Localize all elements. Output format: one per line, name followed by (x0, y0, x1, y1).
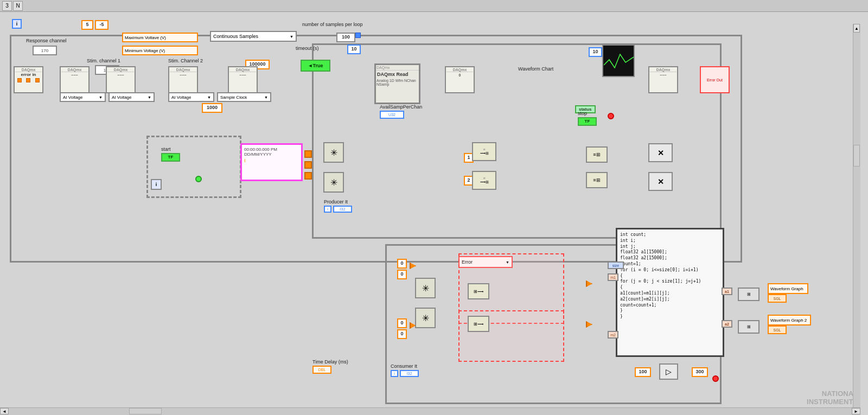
waveform-graph-2-label: Waveform Graph 2 (768, 315, 811, 325)
m2-terminal: m2 (608, 331, 618, 339)
queue-block-1[interactable]: ✳ (323, 142, 344, 163)
daqmx-1[interactable]: DAQmx error in (14, 66, 43, 93)
val300-bottom[interactable]: 300 (692, 367, 708, 377)
timeout-value[interactable]: 10 (347, 44, 361, 54)
stop-section: stop TF (578, 111, 597, 125)
stop-bool[interactable]: TF (578, 117, 597, 126)
stim-ch2-label: Stim. Channel 2 (168, 58, 203, 63)
main-i-counter: i (12, 19, 22, 29)
compare-block[interactable]: ▷ (659, 363, 678, 380)
ai-voltage-3[interactable]: AI Voltage (168, 92, 214, 102)
num-samples-input[interactable]: 100 (336, 33, 355, 42)
daqmx-after-read[interactable]: DAQmx 0 (445, 66, 475, 93)
dequeue-block-1[interactable]: ✳ (415, 278, 436, 298)
toolbar-num: 3 (2, 1, 12, 11)
waveform-graph-1-sgl: SGL (768, 294, 787, 303)
producer-it-i: i (324, 206, 331, 213)
ai-voltage-2[interactable]: AI Voltage (108, 92, 155, 102)
avail-samp-label: AvailSampPerChan U32 (380, 104, 422, 119)
min-voltage-block[interactable]: Minimum Voltage (V) (122, 46, 198, 55)
val5-input[interactable]: 5 (81, 20, 93, 30)
m1-terminal: m1 (608, 273, 618, 281)
waveform-chart-label: Waveform Chart (518, 66, 553, 72)
cross-block-1[interactable]: ✕ (648, 143, 673, 162)
response-ch-label: Response channel (26, 38, 67, 43)
daqmx-2[interactable]: DAQmx ~~~ (60, 66, 90, 93)
stim-ch1-label: Stim. channel 1 (87, 58, 120, 63)
daqmx-4[interactable]: DAQmx ~~~ (168, 66, 198, 93)
consumer-it-i32: I32 (400, 370, 419, 377)
a2-terminal: a2 (722, 320, 732, 328)
stop-indicator (608, 113, 614, 119)
start-i-counter: i (151, 179, 162, 190)
num-samples-label: number of samples per loop (302, 22, 363, 27)
true-block[interactable]: ◄ True (301, 60, 330, 72)
daqmx-far-right[interactable]: DAQmx ~~~ (648, 66, 678, 93)
queue-block-2[interactable]: ✳ (323, 172, 344, 193)
val100-bottom[interactable]: 100 (635, 367, 651, 377)
cross-block-2[interactable]: ✕ (648, 172, 673, 191)
producer-it-i32: I32 (333, 206, 352, 213)
ai-voltage-1[interactable]: AI Voltage (60, 92, 106, 102)
code-block: int count; int i; int j; float32 a1[1500… (616, 228, 724, 357)
bundle-consumer-2[interactable]: ⊞⟶ (468, 316, 489, 332)
dequeue-block-2[interactable]: ✳ (415, 308, 436, 328)
daqmx-3[interactable]: DAQmx ~~~ (106, 66, 136, 93)
toolbar: 3 N (0, 0, 868, 12)
zero-val-3[interactable]: 0 (397, 318, 407, 328)
waveform-chart-display (602, 44, 635, 77)
a1-terminal: a1 (722, 288, 732, 295)
consumer-it-i: i (391, 370, 398, 377)
avail-samp-val: U32 (380, 111, 404, 119)
val1000-input[interactable]: 1000 (202, 103, 222, 113)
start-section: start TF (161, 146, 180, 161)
continuous-samples-dropdown[interactable]: Continuous Samples (210, 31, 297, 42)
sample-clock-dropdown[interactable]: Sample Clock (217, 92, 271, 102)
blue-node (355, 33, 361, 38)
response-val[interactable]: 170 (33, 46, 57, 55)
zero-val-1[interactable]: 0 (397, 259, 407, 269)
sgl-block-2: ⊞ (738, 320, 760, 334)
waveform-graph-2-sgl: SGL (768, 325, 787, 334)
valneg5-input[interactable]: -5 (95, 20, 108, 30)
val10-waveform[interactable]: 10 (589, 47, 602, 57)
consumer-stop-indicator (712, 375, 719, 382)
orange-sq-2 (304, 161, 312, 169)
error-out-block[interactable]: Error Out (700, 66, 730, 93)
merge-block-1[interactable]: ≡⊞ (586, 146, 608, 163)
producer-it-section: Producer It i I32 (324, 199, 352, 213)
scrollbar-thumb-v[interactable] (853, 145, 860, 167)
zero-val-2[interactable]: 0 (397, 270, 407, 279)
datetime-block[interactable]: 00:00:00.000 PM DD/MM/YYYY I (240, 143, 303, 181)
index-array-2[interactable]: ≡ ⟶⊞ (472, 171, 496, 190)
daqmx-read[interactable]: DAQmx DAQmx Read Analog 1D Wfm NChan NSa… (374, 63, 420, 104)
scrollbar-horizontal[interactable]: ◄ ► (0, 407, 860, 415)
start-indicator (195, 176, 202, 182)
time-delay-val[interactable]: DBL (312, 366, 331, 374)
orange-sq-3 (304, 172, 312, 180)
scrollbar-vertical[interactable]: ▲ ▼ (853, 24, 860, 415)
orange-sq-1 (304, 150, 312, 158)
waveform-graph-1-label: Waveform Graph (768, 283, 808, 294)
sgl-block-1: ⊞ (738, 288, 760, 301)
toolbar-run[interactable]: N (13, 1, 23, 11)
bundle-consumer-1[interactable]: ⊞⟶ (468, 283, 489, 299)
consumer-it-section: Consumer It i I32 (391, 363, 419, 377)
max-voltage-block[interactable]: Maximum Voltave (V) (122, 33, 198, 42)
zero-val-4[interactable]: 0 (397, 329, 407, 339)
daqmx-5[interactable]: DAQmx ~~~ (228, 66, 258, 93)
timeout-label: timeout (s) (296, 46, 319, 51)
index-array-1[interactable]: ≡ ⟶⊞ (472, 142, 496, 161)
time-delay-section: Time Delay (ms) DBL (312, 359, 348, 374)
scrollbar-thumb-h[interactable] (129, 408, 162, 414)
start-bool[interactable]: TF (161, 153, 180, 162)
merge-block-2[interactable]: ≡⊞ (586, 172, 608, 188)
size-terminal: size (608, 261, 624, 269)
